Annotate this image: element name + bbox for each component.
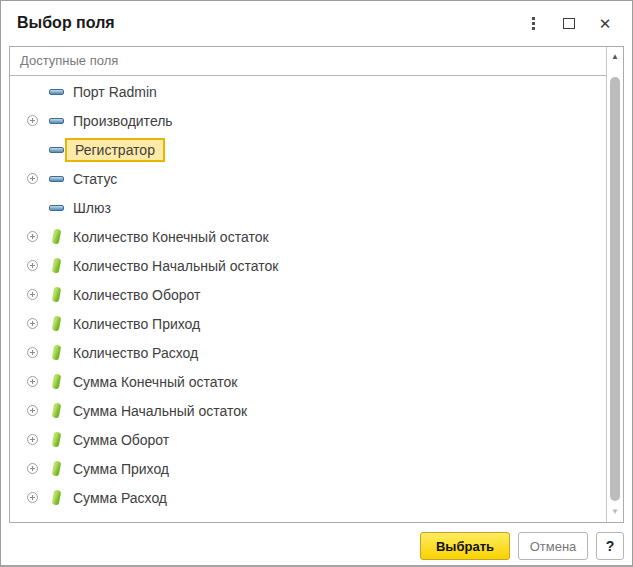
close-icon: ✕ xyxy=(599,16,612,31)
scrollbar[interactable]: ▲ ▼ xyxy=(606,47,623,522)
dialog-title: Выбор поля xyxy=(17,14,520,32)
scroll-down-arrow-icon[interactable]: ▼ xyxy=(607,505,623,519)
cancel-button[interactable]: Отмена xyxy=(518,532,588,560)
tree-item-label: Сумма Приход xyxy=(73,461,169,477)
dialog-footer: Выбрать Отмена ? xyxy=(420,532,624,560)
resource-icon xyxy=(51,229,60,245)
resource-icon xyxy=(51,287,60,303)
tree-item[interactable]: Порт Radmin xyxy=(10,77,606,106)
resource-icon xyxy=(51,403,60,419)
tree-item-label: Шлюз xyxy=(73,200,111,216)
dimension-icon xyxy=(49,89,64,95)
tree-item[interactable]: Сумма Приход xyxy=(10,454,606,483)
maximize-button[interactable] xyxy=(556,11,582,35)
scroll-up-arrow-icon[interactable]: ▲ xyxy=(607,50,623,64)
expand-plus-icon[interactable] xyxy=(27,289,38,300)
close-button[interactable]: ✕ xyxy=(592,11,618,35)
dimension-icon xyxy=(49,147,64,153)
tree-item[interactable]: Сумма Начальный остаток xyxy=(10,396,606,425)
tree-item[interactable]: Количество Расход xyxy=(10,338,606,367)
expand-plus-icon[interactable] xyxy=(27,434,38,445)
more-menu-button[interactable] xyxy=(520,11,546,35)
tree-item-label: Порт Radmin xyxy=(73,84,157,100)
tree-item[interactable]: Производитель xyxy=(10,106,606,135)
resource-icon xyxy=(51,490,60,506)
tree-item-label: Статус xyxy=(73,171,117,187)
dimension-icon xyxy=(49,205,64,211)
scrollbar-thumb[interactable] xyxy=(610,77,620,501)
tree-item-label: Сумма Расход xyxy=(73,490,167,506)
resource-icon xyxy=(51,316,60,332)
dimension-icon xyxy=(49,118,64,124)
window-controls: ✕ xyxy=(520,11,618,35)
tree-item[interactable]: Регистратор xyxy=(10,135,606,164)
field-tree: Порт Radmin Производитель Регистратор Ст… xyxy=(10,77,606,522)
expand-plus-icon[interactable] xyxy=(27,231,38,242)
tree-item[interactable]: Количество Оборот xyxy=(10,280,606,309)
tree-item[interactable]: Сумма Оборот xyxy=(10,425,606,454)
expand-plus-icon[interactable] xyxy=(27,318,38,329)
expand-plus-icon[interactable] xyxy=(27,115,38,126)
resource-icon xyxy=(51,461,60,477)
tree-item[interactable]: Статус xyxy=(10,164,606,193)
tree-item-label: Сумма Конечный остаток xyxy=(73,374,237,390)
resource-icon xyxy=(51,432,60,448)
tree-item-label: Количество Расход xyxy=(73,345,198,361)
expand-plus-icon[interactable] xyxy=(27,347,38,358)
resource-icon xyxy=(51,374,60,390)
expand-plus-icon[interactable] xyxy=(27,492,38,503)
tree-item[interactable]: Количество Начальный остаток xyxy=(10,251,606,280)
titlebar: Выбор поля ✕ xyxy=(1,1,632,45)
help-button[interactable]: ? xyxy=(596,532,624,560)
tree-item[interactable]: Сумма Расход xyxy=(10,483,606,512)
tree-item-label: Сумма Оборот xyxy=(73,432,169,448)
tree-item[interactable]: Количество Конечный остаток xyxy=(10,222,606,251)
field-selection-dialog: Выбор поля ✕ Доступные поля Порт Radmin … xyxy=(0,0,633,567)
tree-item-label: Количество Приход xyxy=(73,316,200,332)
available-fields-panel: Доступные поля Порт Radmin Производитель… xyxy=(9,46,624,523)
tree-item[interactable]: Количество Приход xyxy=(10,309,606,338)
tree-item[interactable]: Шлюз xyxy=(10,193,606,222)
expand-plus-icon[interactable] xyxy=(27,173,38,184)
expand-plus-icon[interactable] xyxy=(27,405,38,416)
tree-item-label: Производитель xyxy=(73,113,173,129)
select-button[interactable]: Выбрать xyxy=(420,532,510,560)
resource-icon xyxy=(51,258,60,274)
expand-plus-icon[interactable] xyxy=(27,260,38,271)
tree-item[interactable]: Сумма Конечный остаток xyxy=(10,367,606,396)
dimension-icon xyxy=(49,176,64,182)
tree-item-label: Количество Конечный остаток xyxy=(73,229,269,245)
kebab-menu-icon xyxy=(532,17,535,30)
tree-item-label: Количество Начальный остаток xyxy=(73,258,278,274)
resource-icon xyxy=(51,345,60,361)
expand-plus-icon[interactable] xyxy=(27,376,38,387)
available-fields-header: Доступные поля xyxy=(10,47,606,76)
maximize-icon xyxy=(563,18,575,29)
tree-item-label: Количество Оборот xyxy=(73,287,200,303)
tree-item-label: Сумма Начальный остаток xyxy=(73,403,247,419)
expand-plus-icon[interactable] xyxy=(27,463,38,474)
tree-item-label: Регистратор xyxy=(65,138,165,162)
